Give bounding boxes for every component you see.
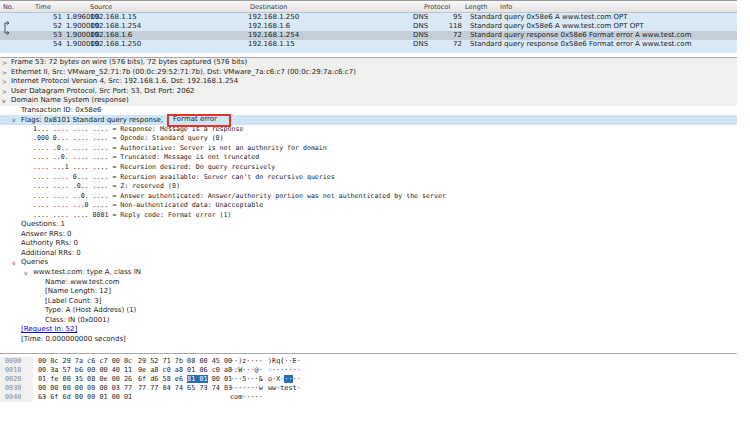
detail-row-label: Name: www.test.com — [45, 278, 120, 286]
packet-cell-info: Standard query 0x58e6 A www.test.com OPT — [470, 13, 628, 22]
collapsed-expander-icon[interactable]: > — [2, 58, 7, 68]
expanded-expander-icon[interactable]: v — [12, 258, 16, 268]
detail-row-label: .... ...1 .... .... = Recursion desired:… — [33, 163, 275, 171]
hex-text: 6f d6 58 e6 — [138, 375, 187, 383]
detail-row-flag-reply-code[interactable]: .... .... .... 0001 = Reply code: Format… — [0, 211, 737, 221]
packet-cell-len: 72 — [424, 31, 462, 40]
detail-row-label: www.test.com: type A, class IN — [33, 268, 141, 276]
detail-row-label: .... .... ...0 .... = Non-authenticated … — [33, 201, 263, 209]
detail-row-transaction-id[interactable]: Transaction ID: 0x58e6 — [0, 106, 737, 116]
hex-text: 29 52 71 7b 08 00 45 00 — [138, 357, 232, 365]
detail-row-name-length[interactable]: [Name Length: 12] — [0, 287, 737, 297]
detail-row-label: Flags: 0x8101 Standard query response, — [21, 116, 163, 124]
column-header-info[interactable]: Info — [500, 3, 512, 11]
detail-row-flag-answer-authenticated[interactable]: .... .... ..0. .... = Answer authenticat… — [0, 192, 737, 202]
hex-text: 00 01 — [208, 375, 233, 383]
detail-row-label-count[interactable]: [Label Count: 3] — [0, 297, 737, 307]
packet-cell-src: 192.168.1.250 — [90, 40, 141, 49]
expanded-expander-icon[interactable]: v — [2, 96, 6, 106]
detail-row-label: .... ..0. .... .... = Truncated: Message… — [33, 153, 259, 161]
hex-text: 01 fe 00 35 08 0e 00 26 — [38, 375, 132, 383]
detail-row-questions[interactable]: Questions: 1 — [0, 220, 737, 230]
packet-list-body: 511.896000192.168.1.15192.168.1.250DNS95… — [0, 13, 737, 53]
detail-row-flag-z[interactable]: .... .... .0.. .... = Z: reserved (0) — [0, 182, 737, 192]
detail-row-additional-rrs[interactable]: Additional RRs: 0 — [0, 249, 737, 259]
packet-cell-dst: 192.168.1.254 — [248, 31, 299, 40]
detail-row-ethernet[interactable]: >Ethernet II, Src: VMware_52:71:7b (00:0… — [0, 68, 737, 78]
hex-offset: 0010 — [0, 366, 33, 375]
detail-row-flag-authoritative[interactable]: .... .0.. .... .... = Authoritative: Ser… — [0, 144, 737, 154]
hex-row[interactable]: 004063 6f 6d 00 00 01 00 01com····· — [0, 393, 737, 402]
detail-row-label: Questions: 1 — [21, 220, 65, 228]
packet-detail-pane: >Frame 53: 72 bytes on wire (576 bits), … — [0, 57, 737, 348]
detail-row-answer-rrs[interactable]: Answer RRs: 0 — [0, 230, 737, 240]
expanded-expander-icon[interactable]: v — [24, 268, 28, 278]
hex-text: com····· — [230, 393, 263, 401]
hex-row[interactable]: 003000 00 00 00 00 00 03 7777 77 04 74 6… — [0, 384, 737, 393]
detail-row-flag-recursion-desired[interactable]: .... ...1 .... .... = Recursion desired:… — [0, 163, 737, 173]
detail-row-flag-non-authenticated[interactable]: .... .... ...0 .... = Non-authenticated … — [0, 201, 737, 211]
packet-row[interactable]: 541.900000192.168.1.250192.168.1.15DNS72… — [0, 40, 737, 49]
detail-row-ip[interactable]: >Internet Protocol Version 4, Src: 192.1… — [0, 77, 737, 87]
packet-cell-info: Standard query response 0x58e6 Format er… — [470, 40, 691, 49]
detail-row-label: .... .... 0... .... = Recursion availabl… — [33, 173, 335, 181]
detail-row-label: Answer RRs: 0 — [21, 230, 71, 238]
hex-row[interactable]: 000000 0c 29 7a c6 c7 00 0c29 52 71 7b 0… — [0, 357, 737, 366]
packet-cell-src: 192.168.1.15 — [90, 13, 137, 22]
column-header-time[interactable]: Time — [35, 3, 51, 11]
hex-offset: 0020 — [0, 375, 33, 384]
column-header-destination[interactable]: Destination — [250, 3, 287, 11]
collapsed-expander-icon[interactable]: > — [2, 87, 7, 97]
detail-row-label: Transaction ID: 0x58e6 — [21, 106, 102, 114]
format-error-annotation-box: Format error — [167, 114, 231, 127]
hex-text: ··)z···· — [230, 357, 263, 365]
column-header-no[interactable]: No. — [3, 3, 14, 11]
hex-text: 9e a8 c0 a8 01 06 c0 a8 — [138, 366, 232, 374]
collapsed-expander-icon[interactable]: > — [2, 77, 7, 87]
detail-row-dns[interactable]: vDomain Name System (response) — [0, 96, 737, 106]
expanded-expander-icon[interactable]: v — [12, 115, 16, 125]
hex-offset: 0030 — [0, 384, 33, 393]
detail-row-flag-response[interactable]: 1... .... .... .... = Response: Message … — [0, 125, 737, 135]
detail-row-label: .... .0.. .... .... = Authoritative: Ser… — [33, 144, 327, 152]
detail-row-flags[interactable]: vFlags: 0x8101 Standard query response,F… — [0, 115, 737, 125]
detail-row-query-class[interactable]: Class: IN (0x0001) — [0, 316, 737, 326]
detail-row-label: .000 0... .... .... = Opcode: Standard q… — [33, 134, 224, 142]
detail-row-flag-opcode[interactable]: .000 0... .... .... = Opcode: Standard q… — [0, 134, 737, 144]
detail-row-request-in-link[interactable]: [Request In: 52] — [0, 325, 737, 335]
detail-row-label: Authority RRs: 0 — [21, 239, 78, 247]
detail-row-authority-rrs[interactable]: Authority RRs: 0 — [0, 239, 737, 249]
packet-cell-len: 72 — [424, 40, 462, 49]
highlighted-bytes: 81 01 — [187, 375, 207, 383]
detail-row-query-type[interactable]: Type: A (Host Address) (1) — [0, 306, 737, 316]
detail-row-frame[interactable]: >Frame 53: 72 bytes on wire (576 bits), … — [0, 58, 737, 68]
column-header-length[interactable]: Length — [465, 3, 487, 11]
detail-row-time[interactable]: [Time: 0.000000000 seconds] — [0, 335, 737, 345]
hex-text: 00 0c 29 7a c6 c7 00 0c — [38, 357, 132, 365]
detail-row-query-name[interactable]: Name: www.test.com — [0, 278, 737, 288]
detail-row-label: [Request In: 52] — [21, 325, 77, 333]
detail-row-query[interactable]: vwww.test.com: type A, class IN — [0, 268, 737, 278]
hex-text: ·· — [293, 375, 301, 383]
detail-row-flag-recursion-available[interactable]: .... .... 0... .... = Recursion availabl… — [0, 173, 737, 183]
hex-dump-pane: 000000 0c 29 7a c6 c7 00 0c29 52 71 7b 0… — [0, 353, 737, 412]
column-header-source[interactable]: Source — [90, 3, 112, 11]
detail-row-queries[interactable]: vQueries — [0, 258, 737, 268]
hex-offset: 0040 — [0, 393, 33, 402]
highlighted-bytes: ·· — [284, 375, 292, 383]
detail-row-udp[interactable]: >User Datagram Protocol, Src Port: 53, D… — [0, 87, 737, 97]
packet-row-partial[interactable] — [0, 49, 737, 53]
detail-row-label: Internet Protocol Version 4, Src: 192.16… — [11, 77, 238, 85]
hex-row[interactable]: 001000 3a 57 b6 00 00 40 119e a8 c0 a8 0… — [0, 366, 737, 375]
hex-row[interactable]: 002001 fe 00 35 08 0e 00 266f d6 58 e6 8… — [0, 375, 737, 384]
packet-cell-dst: 192.168.1.250 — [248, 13, 299, 22]
hex-text: ·:W···@· — [230, 366, 263, 374]
column-header-protocol[interactable]: Protocol — [424, 3, 450, 11]
detail-row-flag-truncated[interactable]: .... ..0. .... .... = Truncated: Message… — [0, 153, 737, 163]
collapsed-expander-icon[interactable]: > — [2, 68, 7, 78]
hex-text: )Rq{··E· — [268, 357, 301, 365]
hex-text: o·X· — [268, 375, 284, 383]
hex-text: 00 00 00 00 00 00 03 77 — [38, 384, 132, 392]
detail-row-label: User Datagram Protocol, Src Port: 53, Ds… — [11, 87, 195, 95]
packet-cell-src: 192.168.1.6 — [90, 31, 132, 40]
